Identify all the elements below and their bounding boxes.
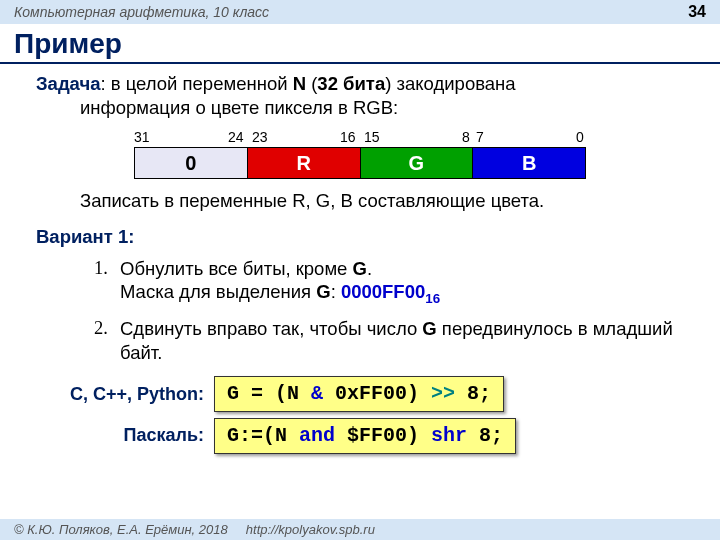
footer-url: http://kpolyakov.spb.ru — [246, 522, 375, 537]
lang-pascal-label: Паскаль: — [36, 424, 214, 447]
code-c: G = (N & 0xFF00) >> 8; — [214, 376, 504, 412]
bits-width: 32 бита — [317, 73, 385, 94]
bit-box-b: B — [472, 148, 585, 178]
subtask: Записать в переменные R, G, B составляющ… — [36, 189, 684, 213]
code-row-pascal: Паскаль: G:=(N and $FF00) shr 8; — [36, 418, 684, 454]
step-2: 2. Сдвинуть вправо так, чтобы число G пе… — [94, 317, 684, 364]
footer: © К.Ю. Поляков, Е.А. Ерёмин, 2018 http:/… — [0, 519, 720, 540]
course-title: Компьютерная арифметика, 10 класс — [14, 4, 269, 20]
header: Компьютерная арифметика, 10 класс 34 — [0, 0, 720, 24]
steps: 1. Обнулить все биты, кроме G. Маска для… — [36, 257, 684, 365]
code-pascal: G:=(N and $FF00) shr 8; — [214, 418, 516, 454]
bit-labels: 31 24 23 16 15 8 7 0 — [134, 129, 586, 147]
task-statement: Задача: в целой переменной N (32 бита) з… — [36, 72, 684, 119]
slide-title: Пример — [0, 24, 720, 64]
bit-diagram: 31 24 23 16 15 8 7 0 0 R G B — [134, 129, 586, 179]
bit-box-g: G — [360, 148, 473, 178]
page-number: 34 — [688, 3, 706, 21]
mask-value: 0000FF0016 — [341, 281, 440, 302]
copyright: © К.Ю. Поляков, Е.А. Ерёмин, 2018 — [14, 522, 228, 537]
code-block: C, C++, Python: G = (N & 0xFF00) >> 8; П… — [36, 376, 684, 453]
var-n: N — [293, 73, 306, 94]
bit-box-zero: 0 — [135, 148, 247, 178]
lang-c-label: C, C++, Python: — [36, 383, 214, 406]
bit-box-r: R — [247, 148, 360, 178]
task-label: Задача — [36, 73, 100, 94]
code-row-c: C, C++, Python: G = (N & 0xFF00) >> 8; — [36, 376, 684, 412]
variant-label: Вариант 1: — [36, 225, 684, 249]
bit-boxes: 0 R G B — [134, 147, 586, 179]
content: Задача: в целой переменной N (32 бита) з… — [0, 72, 720, 454]
step-1: 1. Обнулить все биты, кроме G. Маска для… — [94, 257, 684, 307]
task-line2: информация о цвете пикселя в RGB: — [36, 96, 684, 120]
